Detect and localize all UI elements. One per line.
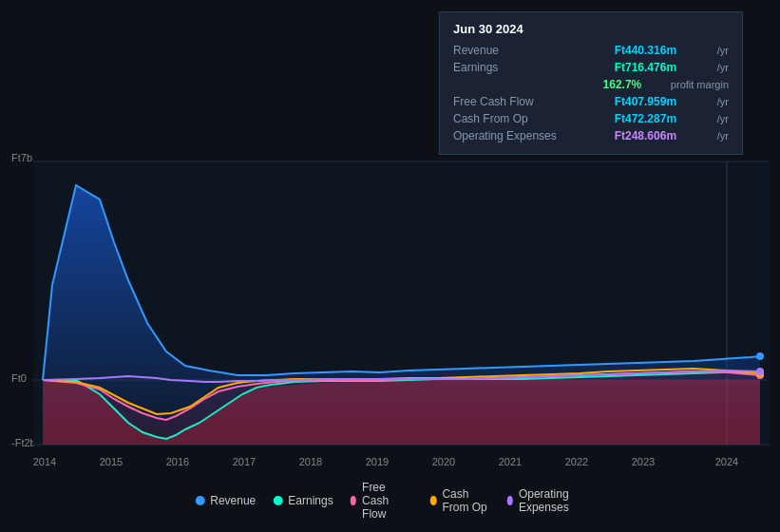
svg-text:2021: 2021 [499, 456, 522, 467]
legend-dot-earnings [273, 496, 282, 505]
tooltip-title: Jun 30 2024 [453, 22, 729, 36]
legend-fcf[interactable]: Free Cash Flow [351, 481, 413, 521]
legend: Revenue Earnings Free Cash Flow Cash Fro… [195, 481, 585, 521]
fcf-unit: /yr [717, 96, 729, 107]
margin-unit: profit margin [671, 79, 729, 90]
legend-label-cashop: Cash From Op [442, 487, 489, 514]
opex-label: Operating Expenses [453, 129, 577, 142]
svg-text:2024: 2024 [715, 456, 738, 467]
legend-dot-revenue [195, 496, 204, 505]
cashop-unit: /yr [717, 113, 729, 124]
earnings-unit: /yr [717, 62, 729, 73]
tooltip-row-opex: Operating Expenses Ft248.606m /yr [453, 127, 729, 144]
legend-label-fcf: Free Cash Flow [362, 481, 413, 521]
revenue-value: Ft440.316m [615, 44, 676, 57]
tooltip-row-margin: 162.7% profit margin [453, 76, 729, 93]
opex-value: Ft248.606m [615, 129, 676, 142]
cashop-label: Cash From Op [453, 112, 577, 125]
svg-point-9 [756, 368, 764, 375]
svg-text:2020: 2020 [432, 456, 455, 467]
legend-cashop[interactable]: Cash From Op [430, 487, 489, 514]
tooltip-row-cashop: Cash From Op Ft472.287m /yr [453, 110, 729, 127]
earnings-value: Ft716.476m [615, 61, 676, 74]
svg-text:2019: 2019 [366, 456, 389, 467]
earnings-label: Earnings [453, 61, 577, 74]
opex-unit: /yr [717, 130, 729, 142]
cashop-value: Ft472.287m [615, 112, 676, 125]
svg-text:2016: 2016 [166, 456, 189, 467]
fcf-value: Ft407.959m [615, 95, 676, 108]
margin-value: 162.7% [603, 78, 642, 91]
legend-label-opex: Operating Expenses [519, 487, 585, 514]
svg-text:2023: 2023 [632, 456, 655, 467]
legend-label-revenue: Revenue [210, 494, 256, 507]
tooltip-box: Jun 30 2024 Revenue Ft440.316m /yr Earni… [439, 11, 743, 155]
svg-point-5 [756, 352, 764, 360]
tooltip-row-earnings: Earnings Ft716.476m /yr [453, 59, 729, 76]
tooltip-row-revenue: Revenue Ft440.316m /yr [453, 42, 729, 59]
legend-dot-opex [507, 496, 513, 505]
legend-earnings[interactable]: Earnings [273, 494, 333, 507]
svg-text:2017: 2017 [233, 456, 256, 467]
legend-label-earnings: Earnings [288, 494, 333, 507]
svg-text:2018: 2018 [299, 456, 322, 467]
svg-text:2014: 2014 [33, 456, 56, 467]
legend-opex[interactable]: Operating Expenses [507, 487, 585, 514]
svg-text:2015: 2015 [100, 456, 123, 467]
svg-text:2022: 2022 [565, 456, 588, 467]
tooltip-row-fcf: Free Cash Flow Ft407.959m /yr [453, 93, 729, 110]
revenue-unit: /yr [717, 45, 729, 56]
chart-container: Jun 30 2024 Revenue Ft440.316m /yr Earni… [0, 0, 780, 532]
legend-revenue[interactable]: Revenue [195, 494, 256, 507]
legend-dot-cashop [430, 496, 436, 505]
legend-dot-fcf [351, 496, 356, 505]
fcf-label: Free Cash Flow [453, 95, 577, 108]
revenue-label: Revenue [453, 44, 577, 57]
